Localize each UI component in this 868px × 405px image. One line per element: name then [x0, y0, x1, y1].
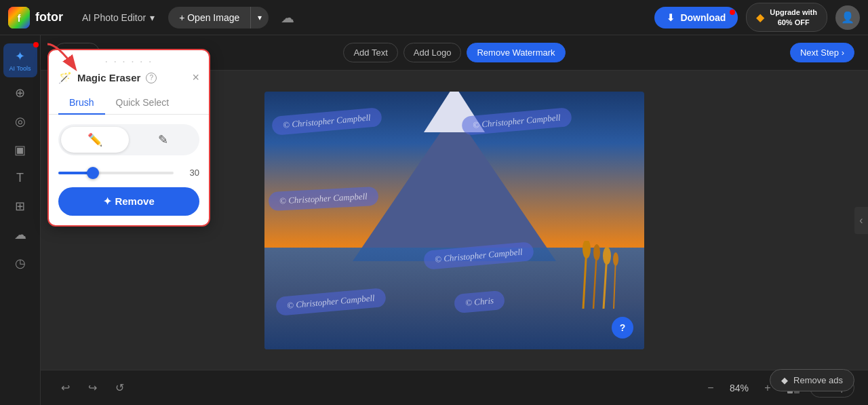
sidebar-item-layers[interactable]: ▣: [3, 137, 37, 163]
upgrade-button[interactable]: ◆ Upgrade with60% OFF: [746, 3, 827, 32]
zoom-out-button[interactable]: −: [701, 379, 720, 398]
slider-thumb[interactable]: [87, 167, 99, 179]
cloud-icon: ☁: [14, 227, 26, 242]
history-icon: ◷: [15, 256, 26, 271]
upgrade-label: Upgrade with60% OFF: [770, 7, 817, 27]
remove-watermark-button[interactable]: Remove Watermark: [467, 43, 565, 62]
tab-quick-select[interactable]: Quick Select: [105, 92, 180, 115]
diamond-remove-ads-icon: ◆: [781, 375, 788, 385]
zoom-value-label: 84%: [726, 383, 753, 393]
download-notification-dot: [730, 9, 735, 15]
bottom-bar: ↩ ↪ ↺ − 84% + ? Help: [41, 370, 868, 405]
sidebar-item-ai-tools[interactable]: ✦ AI Tools: [3, 43, 37, 77]
remove-ads-button[interactable]: ◆ Remove ads: [770, 369, 854, 391]
group-icon: ⊞: [15, 199, 25, 214]
svg-point-7: [593, 244, 600, 261]
download-label: Download: [680, 12, 726, 23]
panel-tabs: Brush Quick Select: [49, 92, 209, 115]
svg-point-9: [613, 252, 618, 266]
avatar-icon: 👤: [841, 11, 854, 24]
svg-point-6: [583, 241, 591, 258]
download-icon: ⬇: [667, 12, 675, 23]
mountain-shape: [353, 112, 556, 261]
sidebar-item-cloud[interactable]: ☁: [3, 222, 37, 248]
history-controls: ↩ ↪ ↺: [54, 377, 130, 399]
mountain-snow: [424, 92, 485, 132]
tab-brush[interactable]: Brush: [58, 92, 105, 115]
logo-area: f fotor: [8, 7, 63, 28]
right-panel-toggle[interactable]: ‹: [854, 207, 868, 234]
text-icon: T: [16, 171, 24, 185]
panel-title: Magic Eraser: [77, 72, 140, 83]
tool-type-selector: ✏️ ✎: [58, 124, 199, 155]
svg-text:f: f: [18, 13, 21, 24]
drag-handle-dots: · · · · · ·: [105, 56, 153, 68]
canvas-help-button[interactable]: ?: [612, 317, 633, 339]
magic-eraser-panel: · · · · · · 🪄 Magic Eraser ? × Brush Qui…: [47, 49, 210, 227]
add-text-button[interactable]: Add Text: [343, 43, 397, 62]
sidebar-item-group[interactable]: ⊞: [3, 193, 37, 219]
ai-editor-button[interactable]: AI Photo Editor ▾: [77, 8, 160, 27]
panel-close-button[interactable]: ×: [192, 71, 199, 85]
panel-help-icon[interactable]: ?: [146, 73, 157, 83]
fotor-wordmark: fotor: [35, 10, 63, 24]
ai-editor-chevron-icon: ▾: [150, 12, 155, 23]
eraser-icon: ✎: [158, 132, 168, 147]
eraser-tool-option[interactable]: ✎: [129, 127, 197, 153]
ai-tools-icon: ✦: [15, 49, 25, 64]
svg-point-8: [603, 247, 611, 265]
brush-tool-option[interactable]: ✏️: [61, 127, 129, 153]
panel-drag-handle[interactable]: · · · · · ·: [49, 50, 209, 71]
topbar: f fotor AI Photo Editor ▾ + Open Image ▾…: [0, 0, 868, 35]
cloud-icon: ☁: [281, 9, 294, 26]
diamond-icon: ◆: [756, 11, 764, 24]
size-slider[interactable]: [58, 172, 174, 174]
ai-editor-label: AI Photo Editor: [82, 12, 146, 23]
panel-header: 🪄 Magic Eraser ? ×: [49, 71, 209, 92]
sidebar-item-label-ai-tools: AI Tools: [9, 65, 31, 72]
open-image-dropdown-icon[interactable]: ▾: [251, 7, 269, 28]
redo-button[interactable]: ↪: [81, 377, 103, 399]
photo-canvas[interactable]: © Christopher Campbell © Christopher Cam…: [264, 92, 644, 349]
panel-title-area: 🪄 Magic Eraser ?: [58, 71, 157, 84]
reset-button[interactable]: ↺: [108, 377, 130, 399]
magic-eraser-icon: 🪄: [58, 71, 72, 84]
user-avatar[interactable]: 👤: [835, 5, 860, 30]
person-icon: ◎: [15, 114, 26, 129]
remove-button[interactable]: ✦ Remove: [58, 187, 199, 216]
sidebar-item-person[interactable]: ◎: [3, 109, 37, 134]
undo-button[interactable]: ↩: [54, 377, 76, 399]
next-step-button[interactable]: Next Step ›: [790, 43, 854, 62]
open-image-button[interactable]: + Open Image ▾: [168, 7, 269, 28]
left-sidebar: ✦ AI Tools ⊕ ◎ ▣ T ⊞ ☁ ◷: [0, 35, 41, 405]
sidebar-item-adjustments[interactable]: ⊕: [3, 80, 37, 106]
sidebar-item-history[interactable]: ◷: [3, 250, 37, 276]
open-image-label: + Open Image: [168, 7, 251, 28]
download-button[interactable]: ⬇ Download: [654, 7, 738, 28]
layers-icon: ▣: [14, 142, 26, 157]
size-slider-row: 30: [49, 165, 209, 187]
slider-value-label: 30: [180, 168, 199, 178]
add-logo-button[interactable]: Add Logo: [403, 43, 462, 62]
reeds: [570, 241, 624, 309]
adjustments-icon: ⊕: [15, 85, 25, 100]
remove-ads-label: Remove ads: [793, 375, 843, 385]
cloud-save-button[interactable]: ☁: [277, 7, 298, 28]
sidebar-item-text[interactable]: T: [3, 166, 37, 191]
brush-icon: ✏️: [87, 132, 102, 147]
fotor-logo-icon[interactable]: f: [8, 7, 30, 28]
